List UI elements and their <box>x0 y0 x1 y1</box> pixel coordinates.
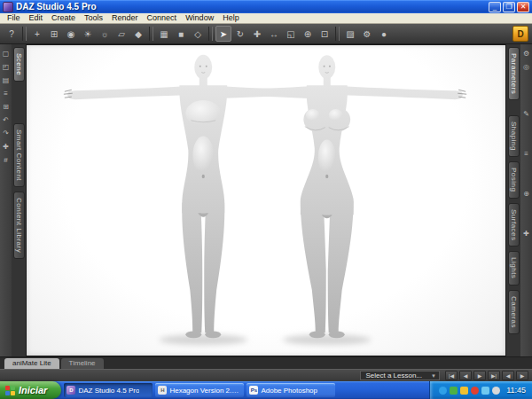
tab-shaping[interactable]: Shaping <box>508 115 520 157</box>
right-icon-strip: ⚙ ◎ ✎ ≡ ⊕ ✚ <box>520 44 532 356</box>
rotate-tool-icon[interactable]: ↻ <box>232 26 248 42</box>
menu-item-tools[interactable]: Tools <box>80 13 107 23</box>
new-point-light-icon[interactable]: ☼ <box>97 26 113 42</box>
menu-bar: File Edit Create Tools Render Connect Wi… <box>0 13 532 24</box>
main-area: ▢ ◰ ▤ ≡ ⊞ ↶ ↷ ✚ # Scene Smart Content Co… <box>0 44 532 356</box>
toolbar-separator <box>22 27 27 41</box>
add-circle-icon[interactable]: ⊕ <box>521 189 531 199</box>
new-null-icon[interactable]: + <box>29 26 45 42</box>
page-forward-button[interactable]: ▶ <box>516 371 528 380</box>
tab-content-library[interactable]: Content Library <box>13 192 25 259</box>
menu-item-connect[interactable]: Connect <box>143 13 182 23</box>
add-icon[interactable]: ✚ <box>1 142 11 152</box>
tray-icon[interactable] <box>492 387 500 395</box>
start-button-label: Iniciar <box>19 385 47 395</box>
hexagon-app-icon: H <box>158 386 167 395</box>
help-pointer-tool-icon[interactable]: ? <box>4 26 20 42</box>
daz-app-icon <box>3 2 13 12</box>
minimize-button[interactable]: _ <box>489 2 501 12</box>
tab-lights[interactable]: Lights <box>508 251 520 285</box>
file-save-icon[interactable]: ▤ <box>1 75 11 85</box>
viewport[interactable] <box>26 44 506 356</box>
last-lesson-button[interactable]: ▶| <box>488 371 500 380</box>
window-title: DAZ Studio 4.5 Pro <box>16 2 489 12</box>
new-group-icon[interactable]: ⊞ <box>46 26 62 42</box>
file-open-icon[interactable]: ◰ <box>1 62 11 72</box>
snap-icon[interactable]: # <box>1 155 11 165</box>
tray-icon[interactable] <box>471 387 479 395</box>
menu-item-window[interactable]: Window <box>181 13 218 23</box>
toolbar-separator <box>149 27 153 41</box>
new-camera-icon[interactable]: ◉ <box>63 26 79 42</box>
material-ball-icon[interactable]: ● <box>376 26 392 42</box>
tray-icon[interactable] <box>481 387 489 395</box>
female-figure[interactable] <box>192 55 467 338</box>
start-button[interactable]: Iniciar <box>0 381 61 399</box>
tab-posing[interactable]: Posing <box>508 161 520 198</box>
tab-surfaces[interactable]: Surfaces <box>508 203 520 247</box>
tab-animate-lite[interactable]: aniMate Lite <box>4 358 59 369</box>
main-toolbar: ? + ⊞ ◉ ☀ ☼ ▱ ◆ ▦ ■ ◇ ➤ ↻ ✚ ↔ ◱ ⊕ ⊡ ▨ ⚙ … <box>0 24 532 44</box>
taskbar-item-photoshop[interactable]: Ps Adobe Photoshop <box>246 383 335 397</box>
menu-item-edit[interactable]: Edit <box>25 13 48 23</box>
tab-timeline[interactable]: Timeline <box>61 358 104 369</box>
tab-parameters[interactable]: Parameters <box>508 47 520 100</box>
left-icon-strip: ▢ ◰ ▤ ≡ ⊞ ↶ ↷ ✚ # <box>0 44 12 356</box>
surface-selection-tool-icon[interactable]: ⊡ <box>317 26 332 42</box>
active-pose-tool-icon[interactable]: ⊕ <box>300 26 316 42</box>
scale-tool-icon[interactable]: ◱ <box>283 26 299 42</box>
undo-icon[interactable]: ↶ <box>1 115 11 125</box>
lesson-dropdown[interactable]: Select a Lesson... ▼ <box>360 371 440 380</box>
tray-icon[interactable] <box>439 387 447 395</box>
tray-icon[interactable] <box>450 387 458 395</box>
target-icon[interactable]: ◎ <box>521 62 531 72</box>
toolbar-separator <box>335 27 340 41</box>
list-icon[interactable]: ≡ <box>1 89 11 98</box>
taskbar-item-hexagon[interactable]: H Hexagon Version 2.5.... <box>155 383 244 397</box>
windows-logo-icon <box>5 386 15 395</box>
file-new-icon[interactable]: ▢ <box>1 49 11 59</box>
daz-store-icon[interactable]: D <box>512 26 528 42</box>
edit-icon[interactable]: ✎ <box>521 109 531 119</box>
desktop: DAZ Studio 4.5 Pro _ ❐ ✕ File Edit Creat… <box>0 0 532 399</box>
grid-icon[interactable]: ⊞ <box>1 102 11 112</box>
redo-icon[interactable]: ↷ <box>1 129 11 138</box>
left-tab-strip: Scene Smart Content Content Library <box>12 44 26 356</box>
previous-lesson-button[interactable]: ◀ <box>459 371 472 380</box>
right-tab-strip: Parameters Shaping Posing Surfaces Light… <box>506 44 520 356</box>
solid-view-icon[interactable]: ■ <box>173 26 189 42</box>
tab-smart-content[interactable]: Smart Content <box>13 123 25 187</box>
menu-item-render[interactable]: Render <box>107 13 143 23</box>
tab-cameras[interactable]: Cameras <box>508 290 520 334</box>
plus-icon[interactable]: ✚ <box>521 229 531 239</box>
windows-taskbar: Iniciar D DAZ Studio 4.5 Pro H Hexagon V… <box>0 381 532 399</box>
viewport-render <box>27 45 505 356</box>
menu-item-help[interactable]: Help <box>218 13 244 23</box>
play-lesson-button[interactable]: ▶ <box>473 371 486 380</box>
new-distant-light-icon[interactable]: ☀ <box>80 26 96 42</box>
close-button[interactable]: ✕ <box>517 2 529 12</box>
maximize-button[interactable]: ❐ <box>503 2 515 12</box>
menu-icon[interactable]: ≡ <box>521 149 531 159</box>
pointer-tool-icon[interactable]: ➤ <box>215 26 231 42</box>
new-primitive-icon[interactable]: ◆ <box>130 26 146 42</box>
universal-tool-icon[interactable]: ✚ <box>249 26 265 42</box>
menu-item-create[interactable]: Create <box>47 13 80 23</box>
box-view-icon[interactable]: ▦ <box>156 26 172 42</box>
render-icon[interactable]: ▨ <box>342 26 358 42</box>
translate-tool-icon[interactable]: ↔ <box>266 26 282 42</box>
render-settings-icon[interactable]: ⚙ <box>359 26 375 42</box>
window-titlebar: DAZ Studio 4.5 Pro _ ❐ ✕ <box>0 0 532 13</box>
lesson-dropdown-label: Select a Lesson... <box>365 372 422 379</box>
gear-icon[interactable]: ⚙ <box>521 49 531 59</box>
tray-icon[interactable] <box>460 387 468 395</box>
system-tray: 11:45 <box>429 381 532 399</box>
menu-item-file[interactable]: File <box>3 13 25 23</box>
taskbar-item-daz-studio[interactable]: D DAZ Studio 4.5 Pro <box>64 383 153 397</box>
first-lesson-button[interactable]: |◀ <box>445 371 458 380</box>
smooth-view-icon[interactable]: ◇ <box>190 26 206 42</box>
taskbar-clock[interactable]: 11:45 <box>506 386 526 395</box>
new-plane-icon[interactable]: ▱ <box>113 26 129 42</box>
page-back-button[interactable]: ◀ <box>502 371 514 380</box>
tab-scene[interactable]: Scene <box>13 47 25 82</box>
